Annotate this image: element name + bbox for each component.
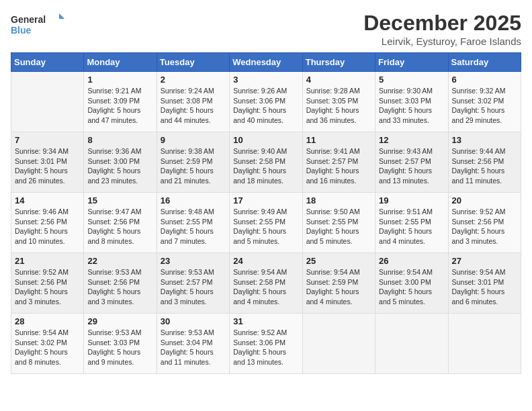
day-number: 23: [161, 256, 226, 266]
day-number: 12: [379, 135, 444, 145]
svg-text:Blue: Blue: [11, 25, 32, 36]
calendar-cell: 29Sunrise: 9:53 AM Sunset: 3:03 PM Dayli…: [84, 314, 157, 374]
calendar-cell: 25Sunrise: 9:54 AM Sunset: 2:59 PM Dayli…: [302, 253, 375, 314]
calendar-week-3: 14Sunrise: 9:46 AM Sunset: 2:56 PM Dayli…: [11, 193, 521, 253]
day-info: Sunrise: 9:34 AM Sunset: 3:01 PM Dayligh…: [15, 146, 80, 186]
day-number: 30: [161, 316, 226, 326]
day-of-week-thursday: Thursday: [302, 53, 375, 72]
logo: General Blue: [11, 11, 64, 38]
calendar-cell: 26Sunrise: 9:54 AM Sunset: 3:00 PM Dayli…: [375, 253, 448, 314]
day-info: Sunrise: 9:54 AM Sunset: 3:00 PM Dayligh…: [379, 267, 444, 307]
day-number: 24: [233, 256, 298, 266]
calendar-cell: 17Sunrise: 9:49 AM Sunset: 2:55 PM Dayli…: [230, 193, 302, 253]
day-number: 15: [87, 195, 152, 205]
day-info: Sunrise: 9:47 AM Sunset: 2:56 PM Dayligh…: [87, 207, 152, 246]
day-info: Sunrise: 9:32 AM Sunset: 3:02 PM Dayligh…: [452, 86, 517, 126]
calendar-cell: 22Sunrise: 9:53 AM Sunset: 2:56 PM Dayli…: [84, 253, 157, 314]
day-info: Sunrise: 9:46 AM Sunset: 2:56 PM Dayligh…: [15, 207, 80, 246]
calendar-cell: 23Sunrise: 9:53 AM Sunset: 2:57 PM Dayli…: [157, 253, 229, 314]
day-info: Sunrise: 9:26 AM Sunset: 3:06 PM Dayligh…: [233, 86, 298, 126]
day-info: Sunrise: 9:50 AM Sunset: 2:55 PM Dayligh…: [306, 207, 371, 246]
day-info: Sunrise: 9:36 AM Sunset: 3:00 PM Dayligh…: [87, 146, 152, 186]
day-number: 25: [306, 256, 371, 266]
day-number: 29: [87, 316, 152, 326]
day-number: 10: [233, 135, 298, 145]
calendar-cell: 9Sunrise: 9:38 AM Sunset: 2:59 PM Daylig…: [157, 132, 229, 193]
day-number: 14: [15, 195, 80, 205]
calendar-cell: 15Sunrise: 9:47 AM Sunset: 2:56 PM Dayli…: [84, 193, 157, 253]
month-title: December 2025: [363, 11, 521, 36]
day-info: Sunrise: 9:43 AM Sunset: 2:57 PM Dayligh…: [379, 146, 444, 186]
calendar-cell: 10Sunrise: 9:40 AM Sunset: 2:58 PM Dayli…: [230, 132, 302, 193]
day-info: Sunrise: 9:38 AM Sunset: 2:59 PM Dayligh…: [161, 146, 226, 186]
calendar-cell: 1Sunrise: 9:21 AM Sunset: 3:09 PM Daylig…: [84, 72, 157, 132]
day-number: 13: [452, 135, 517, 145]
day-info: Sunrise: 9:53 AM Sunset: 2:56 PM Dayligh…: [87, 267, 152, 307]
calendar-cell: 8Sunrise: 9:36 AM Sunset: 3:00 PM Daylig…: [84, 132, 157, 193]
title-block: December 2025 Leirvik, Eysturoy, Faroe I…: [363, 11, 521, 47]
day-info: Sunrise: 9:54 AM Sunset: 3:02 PM Dayligh…: [15, 328, 80, 367]
calendar-cell: 7Sunrise: 9:34 AM Sunset: 3:01 PM Daylig…: [11, 132, 84, 193]
calendar-cell: [375, 314, 448, 374]
day-of-week-friday: Friday: [375, 53, 448, 72]
day-info: Sunrise: 9:54 AM Sunset: 2:59 PM Dayligh…: [306, 267, 371, 307]
calendar-cell: 30Sunrise: 9:53 AM Sunset: 3:04 PM Dayli…: [157, 314, 229, 374]
day-number: 19: [379, 195, 444, 205]
calendar-cell: [302, 314, 375, 374]
calendar-week-2: 7Sunrise: 9:34 AM Sunset: 3:01 PM Daylig…: [11, 132, 521, 193]
calendar-cell: [11, 72, 84, 132]
day-number: 9: [161, 135, 226, 145]
day-number: 2: [161, 75, 226, 85]
day-of-week-tuesday: Tuesday: [157, 53, 229, 72]
day-info: Sunrise: 9:44 AM Sunset: 2:56 PM Dayligh…: [452, 146, 517, 186]
day-info: Sunrise: 9:53 AM Sunset: 2:57 PM Dayligh…: [161, 267, 226, 307]
calendar-cell: 27Sunrise: 9:54 AM Sunset: 3:01 PM Dayli…: [448, 253, 521, 314]
logo-svg: General Blue: [11, 11, 64, 38]
day-number: 28: [15, 316, 80, 326]
day-number: 26: [379, 256, 444, 266]
calendar-cell: 5Sunrise: 9:30 AM Sunset: 3:03 PM Daylig…: [375, 72, 448, 132]
day-number: 8: [87, 135, 152, 145]
location: Leirvik, Eysturoy, Faroe Islands: [363, 36, 521, 47]
calendar-week-4: 21Sunrise: 9:52 AM Sunset: 2:56 PM Dayli…: [11, 253, 521, 314]
calendar-week-1: 1Sunrise: 9:21 AM Sunset: 3:09 PM Daylig…: [11, 72, 521, 132]
day-number: 18: [306, 195, 371, 205]
day-info: Sunrise: 9:40 AM Sunset: 2:58 PM Dayligh…: [233, 146, 298, 186]
day-of-week-saturday: Saturday: [448, 53, 521, 72]
day-info: Sunrise: 9:52 AM Sunset: 2:56 PM Dayligh…: [15, 267, 80, 307]
day-info: Sunrise: 9:54 AM Sunset: 3:01 PM Dayligh…: [452, 267, 517, 307]
day-of-week-monday: Monday: [84, 53, 157, 72]
day-info: Sunrise: 9:52 AM Sunset: 2:56 PM Dayligh…: [452, 207, 517, 246]
day-info: Sunrise: 9:49 AM Sunset: 2:55 PM Dayligh…: [233, 207, 298, 246]
day-info: Sunrise: 9:51 AM Sunset: 2:55 PM Dayligh…: [379, 207, 444, 246]
day-of-week-sunday: Sunday: [11, 53, 84, 72]
day-number: 4: [306, 75, 371, 85]
calendar-week-5: 28Sunrise: 9:54 AM Sunset: 3:02 PM Dayli…: [11, 314, 521, 374]
calendar-cell: 20Sunrise: 9:52 AM Sunset: 2:56 PM Dayli…: [448, 193, 521, 253]
day-number: 11: [306, 135, 371, 145]
day-info: Sunrise: 9:53 AM Sunset: 3:04 PM Dayligh…: [161, 328, 226, 367]
calendar-header-row: SundayMondayTuesdayWednesdayThursdayFrid…: [11, 53, 521, 72]
day-number: 6: [452, 75, 517, 85]
day-number: 22: [87, 256, 152, 266]
calendar-cell: 21Sunrise: 9:52 AM Sunset: 2:56 PM Dayli…: [11, 253, 84, 314]
day-info: Sunrise: 9:41 AM Sunset: 2:57 PM Dayligh…: [306, 146, 371, 186]
calendar-cell: 19Sunrise: 9:51 AM Sunset: 2:55 PM Dayli…: [375, 193, 448, 253]
day-info: Sunrise: 9:52 AM Sunset: 3:06 PM Dayligh…: [233, 328, 298, 367]
day-number: 7: [15, 135, 80, 145]
day-info: Sunrise: 9:54 AM Sunset: 2:58 PM Dayligh…: [233, 267, 298, 307]
calendar-cell: 24Sunrise: 9:54 AM Sunset: 2:58 PM Dayli…: [230, 253, 302, 314]
svg-text:General: General: [11, 14, 46, 25]
calendar-cell: 14Sunrise: 9:46 AM Sunset: 2:56 PM Dayli…: [11, 193, 84, 253]
calendar-cell: 4Sunrise: 9:28 AM Sunset: 3:05 PM Daylig…: [302, 72, 375, 132]
day-info: Sunrise: 9:53 AM Sunset: 3:03 PM Dayligh…: [87, 328, 152, 367]
calendar-cell: 2Sunrise: 9:24 AM Sunset: 3:08 PM Daylig…: [157, 72, 229, 132]
day-number: 1: [87, 75, 152, 85]
calendar-cell: 3Sunrise: 9:26 AM Sunset: 3:06 PM Daylig…: [230, 72, 302, 132]
day-number: 27: [452, 256, 517, 266]
calendar: SundayMondayTuesdayWednesdayThursdayFrid…: [11, 52, 521, 374]
page-header: General Blue December 2025 Leirvik, Eyst…: [11, 11, 521, 47]
day-number: 20: [452, 195, 517, 205]
day-info: Sunrise: 9:21 AM Sunset: 3:09 PM Dayligh…: [87, 86, 152, 126]
day-number: 17: [233, 195, 298, 205]
